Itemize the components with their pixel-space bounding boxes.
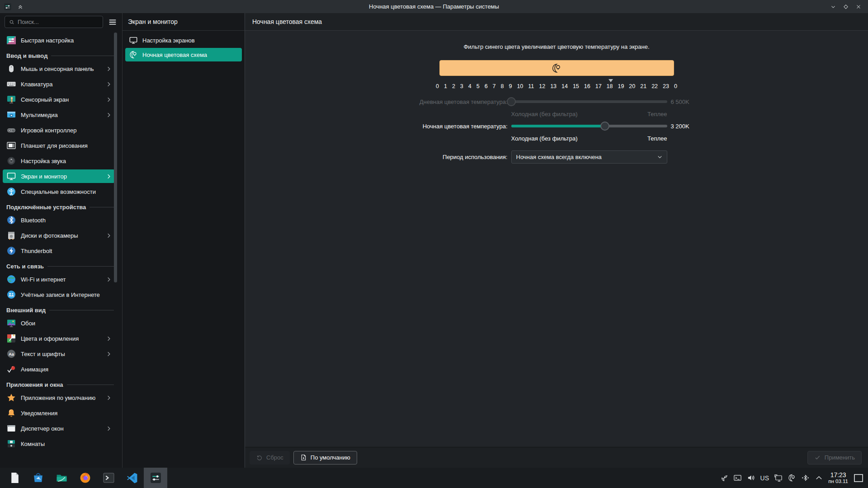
sidebar-item-accessibility[interactable]: Специальные возможности: [3, 185, 115, 198]
keep-above-icon[interactable]: [16, 3, 24, 11]
tray-screen-share[interactable]: [771, 468, 785, 488]
sidebar-item-window-manager[interactable]: Диспетчер окон: [3, 422, 115, 435]
tray-keyboard-layout[interactable]: US: [758, 468, 771, 488]
sidebar-item-colors-themes[interactable]: Цвета и оформления: [3, 332, 115, 345]
timeline: 012345678910111213141516171819202122230: [436, 79, 677, 89]
tray-night-color[interactable]: [785, 468, 798, 488]
sidebar: Быстрая настройкаВвод и выводМышь и сенс…: [0, 13, 123, 468]
apply-button[interactable]: Применить: [807, 451, 862, 465]
minimize-button[interactable]: [829, 3, 837, 11]
section-divider: [67, 385, 114, 385]
sidebar-item-label: Обои: [21, 320, 112, 327]
sidebar-item-audio-setup[interactable]: Настройка звука: [3, 154, 115, 168]
sidebar-item-animation[interactable]: Анимация: [3, 362, 115, 376]
section-label: Внешний вид: [6, 307, 46, 314]
sidebar-item-wifi-internet[interactable]: Wi-Fi и интернет: [3, 272, 115, 286]
sidebar-item-text-fonts[interactable]: AaТекст и шрифты: [3, 347, 115, 361]
subnav-item-screen-settings[interactable]: Настройка экранов: [125, 33, 242, 47]
sidebar-item-rooms[interactable]: Комнаты: [3, 437, 115, 450]
reset-button[interactable]: Сброс: [250, 451, 290, 465]
slider-track[interactable]: [511, 125, 667, 127]
chevron-right-icon: [105, 81, 112, 88]
taskbar-app-document[interactable]: [3, 468, 26, 488]
schedule-combobox[interactable]: Ночная схема всегда включена: [511, 150, 667, 164]
taskbar-app-dolphin[interactable]: [50, 468, 73, 488]
schedule-selected-value: Ночная схема всегда включена: [516, 154, 656, 160]
keyboard-icon: [6, 79, 16, 89]
day-temperature-scale: Холодная (без фильтра) Теплее: [397, 108, 716, 119]
taskbar-app-konsole[interactable]: [97, 468, 120, 488]
sidebar-item-drawing-tablet[interactable]: Планшет для рисования: [3, 139, 115, 152]
sidebar-item-label: Thunderbolt: [21, 248, 112, 254]
screen-share-icon: [774, 474, 783, 482]
sidebar-item-quick-settings[interactable]: Быстрая настройка: [3, 33, 115, 47]
sidebar-item-disks-cameras[interactable]: Диски и фотокамеры: [3, 229, 115, 242]
slider-handle[interactable]: [600, 122, 609, 131]
tray-expand-tray[interactable]: [812, 468, 826, 488]
sidebar-item-display-monitor[interactable]: Экран и монитор: [3, 169, 115, 183]
search-box[interactable]: [5, 16, 103, 28]
sidebar-item-keyboard[interactable]: Клавиатура: [3, 77, 115, 91]
current-time-marker: [609, 79, 613, 82]
sidebar-item-bluetooth[interactable]: Bluetooth: [3, 213, 115, 227]
subnav-list: Настройка экрановНочная цветовая схема: [123, 31, 245, 65]
slider-handle[interactable]: [507, 97, 516, 106]
sidebar-item-label: Настройка звука: [21, 158, 112, 164]
maximize-button[interactable]: [842, 3, 850, 11]
search-input[interactable]: [18, 19, 99, 25]
day-temperature-slider[interactable]: [511, 97, 667, 106]
sidebar-scrollbar[interactable]: [114, 33, 117, 282]
window-title: Ночная цветовая схема — Параметры систем…: [0, 3, 868, 10]
taskbar-app-discover[interactable]: [26, 468, 50, 488]
checkmark-icon: [814, 454, 821, 461]
timeline-hour: 5: [476, 83, 480, 89]
close-button[interactable]: [854, 3, 863, 11]
taskbar-app-vscode[interactable]: [120, 468, 144, 488]
defaults-button[interactable]: По умолчанию: [293, 451, 357, 465]
sidebar-item-touchscreen[interactable]: Сенсорный экран: [3, 93, 115, 106]
show-desktop-button[interactable]: [853, 468, 864, 488]
section-label: Подключённые устройства: [6, 204, 86, 211]
cold-label: Холодная (без фильтра): [511, 111, 578, 117]
timeline-hour: 9: [509, 83, 512, 89]
thunderbolt-icon: [6, 246, 16, 256]
sidebar-item-multimedia[interactable]: Мультимедиа: [3, 108, 115, 122]
svg-text:Aa: Aa: [9, 352, 14, 357]
night-temperature-slider[interactable]: [511, 122, 667, 131]
clock[interactable]: 17:23 пн 03.11: [828, 471, 848, 484]
taskbar-app-firefox[interactable]: [73, 468, 97, 488]
taskbar-app-system-settings[interactable]: [144, 468, 167, 488]
sidebar-section-connected-devices: Подключённые устройства: [6, 204, 114, 211]
night-temperature-row: Ночная цветовая температура: 3 200K: [397, 119, 716, 133]
subnav-item-night-color[interactable]: Ночная цветовая схема: [125, 48, 242, 61]
sidebar-item-label: Сенсорный экран: [21, 96, 101, 103]
night-color-icon: [551, 63, 562, 74]
tray-flower[interactable]: [717, 468, 731, 488]
section-label: Приложения и окна: [6, 381, 63, 388]
subnav-item-label: Настройка экранов: [142, 37, 195, 44]
hamburger-menu-button[interactable]: [107, 16, 118, 28]
animation-icon: [6, 364, 16, 374]
sidebar-section-network: Сеть и связь: [6, 263, 114, 270]
window-body: Быстрая настройкаВвод и выводМышь и сенс…: [0, 13, 868, 468]
sidebar-item-mouse-touchpad[interactable]: Мышь и сенсорная панель: [3, 62, 115, 75]
clock-date: пн 03.11: [828, 479, 848, 484]
online-accounts-icon: [6, 290, 16, 300]
sidebar-item-game-controller[interactable]: Игровой контроллер: [3, 123, 115, 137]
slider-track[interactable]: [511, 100, 667, 103]
tray-volume[interactable]: [744, 468, 758, 488]
timeline-hour: 12: [539, 83, 545, 89]
timeline-hour: 7: [493, 83, 496, 89]
tray-terminal[interactable]: [731, 468, 744, 488]
sidebar-item-online-accounts[interactable]: Учётные записи в Интернете: [3, 288, 115, 301]
sidebar-item-notifications[interactable]: Уведомления: [3, 406, 115, 420]
sidebar-item-default-apps[interactable]: Приложения по умолчанию: [3, 391, 115, 404]
section-divider: [47, 266, 114, 267]
tray-bluetooth[interactable]: [798, 468, 812, 488]
chevron-right-icon: [105, 112, 112, 118]
dolphin-icon: [56, 472, 68, 484]
taskbar-apps: [3, 468, 167, 488]
sidebar-item-thunderbolt[interactable]: Thunderbolt: [3, 244, 115, 258]
sidebar-item-wallpaper[interactable]: Обои: [3, 316, 115, 330]
sidebar-item-label: Диспетчер окон: [21, 425, 101, 432]
